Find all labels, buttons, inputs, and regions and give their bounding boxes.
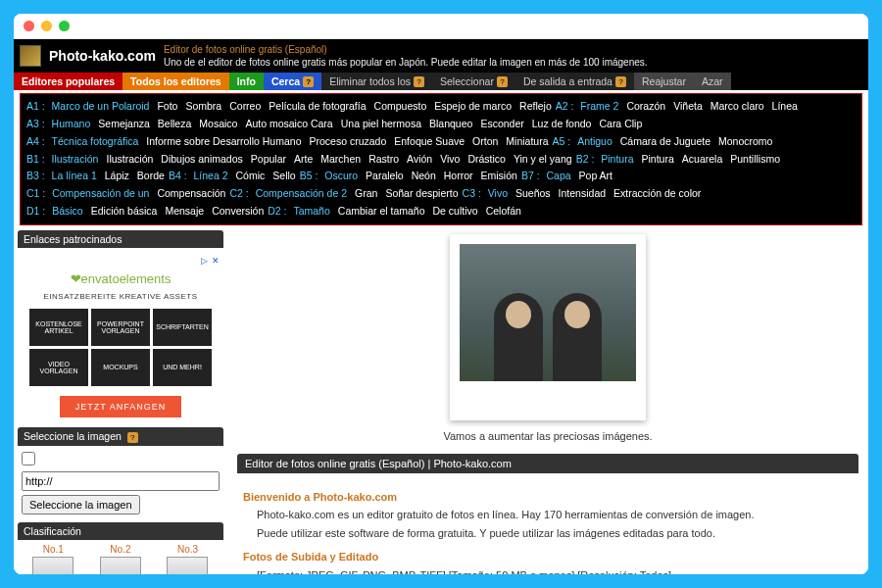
editor-link[interactable]: Cómic	[236, 170, 266, 181]
editor-link[interactable]: Mensaje	[165, 205, 204, 217]
editor-link[interactable]: Viñeta	[673, 100, 703, 112]
image-checkbox[interactable]	[22, 452, 35, 466]
editor-link[interactable]: Soñar despierto	[385, 187, 458, 199]
editor-link[interactable]: Proceso cruzado	[309, 135, 386, 147]
cat-name-B7[interactable]: Capa	[546, 170, 570, 181]
editor-link[interactable]: Monocromo	[718, 135, 772, 147]
editor-link[interactable]: Avión	[407, 153, 432, 165]
editor-link[interactable]: Neón	[412, 170, 436, 181]
editor-link[interactable]: Miniatura	[506, 135, 548, 147]
editor-link[interactable]: Ilustración	[106, 153, 153, 165]
cat-name-C3[interactable]: Vivo	[488, 187, 508, 199]
editor-link[interactable]: Compuesto	[374, 100, 427, 112]
editor-link[interactable]: Enfoque Suave	[394, 135, 465, 147]
adchoices-icon[interactable]: ▷	[201, 256, 208, 266]
editor-link[interactable]: Popular	[251, 153, 286, 165]
cat-name-A5[interactable]: Antiguo	[577, 135, 612, 147]
cat-name-A4[interactable]: Técnica fotográfica	[52, 135, 139, 147]
rank-item[interactable]: No.3Belleza (Ojos Grandes)	[154, 544, 221, 574]
ad-tile[interactable]: MOCKUPS	[91, 349, 150, 386]
help-icon[interactable]: ?	[615, 76, 626, 87]
editor-link[interactable]: Compensación	[157, 187, 225, 199]
editor-link[interactable]: Emisión	[481, 170, 517, 181]
editor-link[interactable]: Espejo de marco	[434, 100, 512, 112]
editor-link[interactable]: Auto mosaico Cara	[245, 118, 332, 129]
editor-link[interactable]: Cara Clip	[599, 118, 642, 129]
editor-link[interactable]: Cambiar el tamaño	[338, 205, 425, 217]
nav-info[interactable]: Info	[229, 73, 264, 90]
editor-link[interactable]: Lápiz	[105, 170, 129, 181]
editor-link[interactable]: Semejanza	[98, 118, 150, 129]
editor-link[interactable]: Pintura	[642, 153, 674, 165]
rank-item[interactable]: No.2Semejanza	[87, 544, 155, 574]
cat-name-B3[interactable]: La línea 1	[52, 170, 97, 181]
nav-output[interactable]: De salida a entrada?	[515, 73, 634, 90]
editor-link[interactable]: Drástico	[467, 153, 506, 165]
help-icon[interactable]: ?	[127, 432, 138, 443]
editor-link[interactable]: Belleza	[158, 118, 191, 129]
select-image-button[interactable]: Seleccione la imagen	[22, 495, 140, 514]
editor-link[interactable]: Línea	[772, 100, 798, 112]
editor-link[interactable]: Sello	[272, 170, 295, 181]
cat-name-D1[interactable]: Básico	[52, 205, 83, 217]
ad-tile[interactable]: UND MEHR!	[153, 349, 212, 386]
editor-link[interactable]: Rastro	[368, 153, 399, 165]
cat-name-C1[interactable]: Compensación de un	[52, 187, 149, 199]
close-window-icon[interactable]	[24, 21, 34, 31]
editor-link[interactable]: Intensidad	[559, 187, 606, 199]
nav-all[interactable]: Todos los editores	[122, 73, 229, 90]
editor-link[interactable]: De cultivo	[433, 205, 478, 217]
rank-thumbnail[interactable]	[32, 557, 74, 574]
editor-link[interactable]: Correo	[229, 100, 261, 112]
help-icon[interactable]: ?	[414, 76, 424, 87]
editor-link[interactable]: Una piel hermosa	[341, 118, 421, 129]
editor-link[interactable]: Arte	[294, 153, 313, 165]
editor-link[interactable]: Pop Art	[579, 170, 612, 181]
cat-name-B4[interactable]: Línea 2	[193, 170, 227, 181]
cat-name-A3[interactable]: Humano	[52, 118, 91, 129]
editor-link[interactable]: Sueños	[515, 187, 551, 199]
ad-tile[interactable]: SCHRIFTARTEN	[153, 309, 212, 346]
minimize-window-icon[interactable]	[41, 21, 52, 31]
image-url-input[interactable]	[22, 471, 220, 491]
ad-cta-button[interactable]: JETZT ANFANGEN	[60, 396, 181, 417]
editor-link[interactable]: Cámara de Juguete	[620, 135, 710, 147]
editor-link[interactable]: Orton	[472, 135, 498, 147]
editor-link[interactable]: Acuarela	[682, 153, 722, 165]
editor-link[interactable]: Sombra	[185, 100, 221, 112]
ad-box[interactable]: ▷✕ ❤envatoelements EINSATZBEREITE KREATI…	[18, 248, 223, 425]
editor-link[interactable]: Paralelo	[366, 170, 404, 181]
editor-link[interactable]: Foto	[157, 100, 177, 112]
editor-link[interactable]: Informe sobre Desarrollo Humano	[146, 135, 301, 147]
editor-link[interactable]: Blanqueo	[429, 118, 472, 129]
editor-link[interactable]: Conversión	[212, 205, 264, 217]
editor-link[interactable]: Yin y el yang	[514, 153, 572, 165]
editor-link[interactable]: Extracción de color	[613, 187, 701, 199]
editor-link[interactable]: Esconder	[480, 118, 523, 129]
editor-link[interactable]: Edición básica	[91, 205, 158, 217]
help-icon[interactable]: ?	[497, 76, 508, 87]
cat-name-B2[interactable]: Pintura	[601, 153, 633, 165]
cat-name-B1[interactable]: Ilustración	[52, 153, 99, 165]
ad-tile[interactable]: POWERPOINT VORLAGEN	[91, 309, 150, 346]
editor-link[interactable]: Reflejo	[519, 100, 552, 112]
cat-name-A1[interactable]: Marco de un Polaroid	[52, 100, 150, 112]
cat-name-B5[interactable]: Oscuro	[324, 170, 358, 181]
ad-close-icon[interactable]: ✕	[212, 256, 220, 266]
editor-link[interactable]: Mosaico	[199, 118, 237, 129]
editor-link[interactable]: Vivo	[440, 153, 460, 165]
help-icon[interactable]: ?	[303, 76, 314, 87]
nav-popular[interactable]: Editores populares	[14, 73, 122, 90]
rank-item[interactable]: No.1Polaroid estilo	[20, 544, 87, 574]
editor-link[interactable]: Horror	[444, 170, 473, 181]
cat-name-C2[interactable]: Compensación de 2	[256, 187, 347, 199]
nav-reset[interactable]: Reajustar	[634, 73, 694, 90]
editor-link[interactable]: Corazón	[626, 100, 665, 112]
maximize-window-icon[interactable]	[59, 21, 70, 31]
editor-link[interactable]: Gran	[355, 187, 377, 199]
nav-random[interactable]: Azar	[694, 73, 731, 90]
editor-link[interactable]: Borde	[137, 170, 165, 181]
cat-name-A2[interactable]: Frame 2	[580, 100, 618, 112]
rank-thumbnail[interactable]	[100, 557, 141, 574]
nav-select[interactable]: Seleccionar?	[432, 73, 515, 90]
